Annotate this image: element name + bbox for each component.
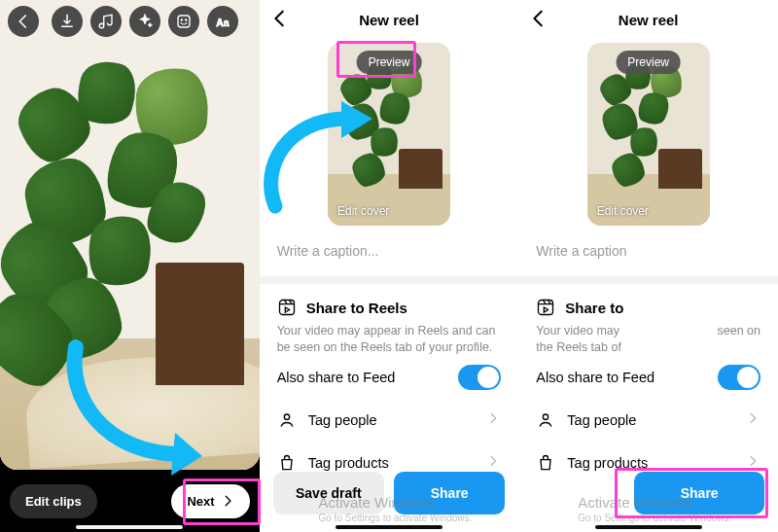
home-indicator xyxy=(595,525,702,529)
preview-button[interactable]: Preview xyxy=(616,51,681,74)
share-button[interactable]: Share xyxy=(394,472,505,514)
reels-icon xyxy=(536,298,555,317)
divider xyxy=(518,276,778,284)
preview-label: Preview xyxy=(369,55,410,69)
editor-topbar: Aa xyxy=(0,6,260,37)
svg-rect-6 xyxy=(539,301,553,315)
caption-placeholder: Write a caption xyxy=(536,243,626,259)
edit-clips-button[interactable]: Edit clips xyxy=(10,484,97,518)
share-to-reels-header: Share to Reels xyxy=(277,298,502,317)
caption-input[interactable]: Write a caption... xyxy=(277,243,502,259)
screen-editor: Aa Edit clips Next xyxy=(0,0,260,532)
also-share-feed-row: Also share to Feed xyxy=(277,356,502,399)
save-draft-button[interactable]: Save draft xyxy=(273,472,384,514)
back-icon[interactable] xyxy=(8,6,39,37)
tag-people-row[interactable]: Tag people xyxy=(536,399,760,442)
person-icon xyxy=(536,410,555,430)
svg-point-5 xyxy=(284,414,289,419)
svg-point-1 xyxy=(181,19,183,21)
bag-icon xyxy=(277,453,297,473)
annotation-arrow-next xyxy=(56,330,222,476)
download-icon[interactable] xyxy=(52,6,83,37)
tag-people-label: Tag people xyxy=(308,412,377,428)
share-to-sub2: the Reels tab of xyxy=(536,339,760,356)
sticker-icon[interactable] xyxy=(168,6,199,37)
edit-cover-label: Edit cover xyxy=(597,204,649,218)
svg-text:Aa: Aa xyxy=(217,17,230,28)
share-label: Share xyxy=(431,485,469,501)
action-buttons: Save draft Share xyxy=(260,472,519,514)
chevron-right-icon xyxy=(745,410,760,429)
edit-clips-label: Edit clips xyxy=(25,494,82,509)
cover-thumbnail[interactable]: Preview Edit cover xyxy=(587,43,710,226)
back-icon[interactable] xyxy=(269,8,291,32)
share-to-reels-label: Share to Reels xyxy=(306,300,407,316)
header: New reel xyxy=(260,0,519,39)
person-icon xyxy=(277,410,297,430)
next-label: Next xyxy=(187,494,214,509)
music-icon[interactable] xyxy=(90,6,122,37)
caption-input[interactable]: Write a caption xyxy=(536,243,760,259)
also-share-toggle[interactable] xyxy=(718,365,760,390)
screen-new-reel-a: New reel Preview Edit cover xyxy=(260,0,519,532)
also-share-feed-row: Also share to Feed xyxy=(536,356,760,399)
next-button[interactable]: Next xyxy=(171,484,249,518)
chevron-right-icon xyxy=(485,410,501,429)
svg-rect-4 xyxy=(279,301,294,315)
tag-people-row[interactable]: Tag people xyxy=(277,399,502,442)
preview-label: Preview xyxy=(627,55,669,69)
share-to-label: Share to xyxy=(565,300,623,316)
action-buttons: Share xyxy=(518,472,778,514)
share-label: Share xyxy=(681,485,719,501)
share-to-sub: Your video may seen on xyxy=(536,323,760,339)
svg-point-7 xyxy=(544,414,548,419)
back-icon[interactable] xyxy=(528,8,549,32)
effects-icon[interactable] xyxy=(129,6,160,37)
chevron-right-icon xyxy=(745,453,760,472)
tag-people-label: Tag people xyxy=(567,412,636,428)
caption-placeholder: Write a caption... xyxy=(277,243,379,259)
edit-cover-button[interactable]: Edit cover xyxy=(597,204,649,218)
tag-products-label: Tag products xyxy=(308,455,389,471)
share-to-header: Share to xyxy=(536,298,760,317)
tag-products-label: Tag products xyxy=(567,455,648,471)
svg-rect-0 xyxy=(178,16,190,27)
reels-icon xyxy=(277,298,297,317)
header: New reel xyxy=(518,0,778,39)
also-share-label: Also share to Feed xyxy=(536,370,654,385)
annotation-arrow-preview xyxy=(260,99,384,216)
save-draft-label: Save draft xyxy=(296,485,362,501)
home-indicator xyxy=(76,525,183,529)
screen-new-reel-b: New reel Preview Edit cover Write a capt… xyxy=(518,0,778,532)
preview-button[interactable]: Preview xyxy=(357,51,422,74)
editor-bottombar: Edit clips Next xyxy=(0,470,260,532)
share-to-reels-sub: Your video may appear in Reels and can b… xyxy=(277,323,502,356)
also-share-toggle[interactable] xyxy=(458,365,501,390)
also-share-label: Also share to Feed xyxy=(277,370,396,385)
header-title: New reel xyxy=(619,12,679,28)
home-indicator xyxy=(336,525,442,529)
divider xyxy=(260,276,519,284)
share-button[interactable]: Share xyxy=(634,472,764,514)
header-title: New reel xyxy=(359,12,419,28)
chevron-right-icon xyxy=(221,494,234,508)
bag-icon xyxy=(536,453,555,473)
svg-point-2 xyxy=(186,19,188,21)
chevron-right-icon xyxy=(485,453,501,472)
text-icon[interactable]: Aa xyxy=(207,6,238,37)
